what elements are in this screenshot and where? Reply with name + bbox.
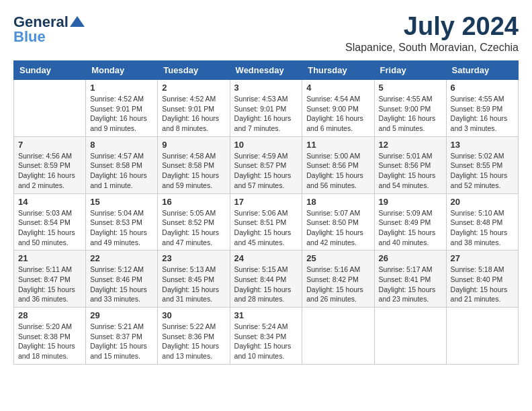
calendar-cell: 6Sunrise: 4:55 AM Sunset: 8:59 PM Daylig… (446, 80, 518, 137)
calendar-week-row: 1Sunrise: 4:52 AM Sunset: 9:01 PM Daylig… (14, 80, 519, 137)
day-number: 23 (162, 253, 225, 263)
svg-marker-0 (70, 16, 85, 27)
calendar-cell (302, 308, 374, 365)
calendar-cell: 13Sunrise: 5:02 AM Sunset: 8:55 PM Dayli… (446, 136, 518, 193)
day-number: 9 (162, 140, 225, 150)
weekday-header: Friday (374, 61, 446, 80)
day-info: Sunrise: 5:09 AM Sunset: 8:49 PM Dayligh… (379, 208, 442, 248)
day-info: Sunrise: 5:02 AM Sunset: 8:55 PM Dayligh… (451, 151, 514, 191)
day-info: Sunrise: 5:20 AM Sunset: 8:38 PM Dayligh… (18, 322, 81, 361)
month-title: July 2024 (345, 13, 519, 39)
day-info: Sunrise: 4:55 AM Sunset: 9:00 PM Dayligh… (379, 94, 442, 134)
day-number: 4 (306, 83, 369, 93)
day-number: 25 (306, 253, 369, 263)
day-info: Sunrise: 4:52 AM Sunset: 9:01 PM Dayligh… (162, 94, 225, 134)
day-info: Sunrise: 5:01 AM Sunset: 8:56 PM Dayligh… (379, 151, 442, 191)
calendar-cell: 2Sunrise: 4:52 AM Sunset: 9:01 PM Daylig… (158, 80, 230, 137)
calendar-cell: 9Sunrise: 4:58 AM Sunset: 8:58 PM Daylig… (158, 136, 230, 193)
calendar-cell: 27Sunrise: 5:18 AM Sunset: 8:40 PM Dayli… (446, 250, 518, 308)
calendar-cell (14, 80, 86, 137)
day-number: 31 (234, 310, 298, 320)
day-info: Sunrise: 5:00 AM Sunset: 8:56 PM Dayligh… (306, 151, 369, 191)
calendar-cell: 7Sunrise: 4:56 AM Sunset: 8:59 PM Daylig… (14, 136, 86, 193)
day-info: Sunrise: 5:10 AM Sunset: 8:48 PM Dayligh… (451, 208, 514, 248)
day-info: Sunrise: 5:05 AM Sunset: 8:52 PM Dayligh… (162, 208, 225, 248)
day-number: 5 (379, 83, 442, 93)
calendar-week-row: 21Sunrise: 5:11 AM Sunset: 8:47 PM Dayli… (14, 250, 519, 308)
weekday-header: Tuesday (158, 61, 230, 80)
calendar-cell: 22Sunrise: 5:12 AM Sunset: 8:46 PM Dayli… (86, 250, 158, 308)
day-number: 6 (451, 83, 514, 93)
day-info: Sunrise: 5:12 AM Sunset: 8:46 PM Dayligh… (90, 265, 153, 304)
day-info: Sunrise: 5:21 AM Sunset: 8:37 PM Dayligh… (90, 322, 153, 361)
calendar-week-row: 7Sunrise: 4:56 AM Sunset: 8:59 PM Daylig… (14, 136, 519, 193)
day-number: 15 (90, 197, 153, 207)
calendar-cell: 11Sunrise: 5:00 AM Sunset: 8:56 PM Dayli… (302, 136, 374, 193)
calendar-cell (374, 308, 446, 365)
calendar-cell: 19Sunrise: 5:09 AM Sunset: 8:49 PM Dayli… (374, 193, 446, 250)
calendar-cell: 17Sunrise: 5:06 AM Sunset: 8:51 PM Dayli… (230, 193, 302, 250)
calendar-cell: 31Sunrise: 5:24 AM Sunset: 8:34 PM Dayli… (230, 308, 302, 365)
calendar-cell: 3Sunrise: 4:53 AM Sunset: 9:01 PM Daylig… (230, 80, 302, 137)
calendar-cell: 29Sunrise: 5:21 AM Sunset: 8:37 PM Dayli… (86, 308, 158, 365)
calendar-cell: 14Sunrise: 5:03 AM Sunset: 8:54 PM Dayli… (14, 193, 86, 250)
day-number: 19 (379, 197, 442, 207)
calendar-cell: 28Sunrise: 5:20 AM Sunset: 8:38 PM Dayli… (14, 308, 86, 365)
day-number: 10 (234, 140, 298, 150)
calendar-cell: 20Sunrise: 5:10 AM Sunset: 8:48 PM Dayli… (446, 193, 518, 250)
location: Slapanice, South Moravian, Czechia (345, 42, 519, 54)
calendar-cell: 10Sunrise: 4:59 AM Sunset: 8:57 PM Dayli… (230, 136, 302, 193)
calendar-cell: 25Sunrise: 5:16 AM Sunset: 8:42 PM Dayli… (302, 250, 374, 308)
weekday-header: Sunday (14, 61, 86, 80)
day-number: 8 (90, 140, 153, 150)
day-number: 18 (306, 197, 369, 207)
calendar-cell: 5Sunrise: 4:55 AM Sunset: 9:00 PM Daylig… (374, 80, 446, 137)
day-info: Sunrise: 5:17 AM Sunset: 8:41 PM Dayligh… (379, 265, 442, 304)
day-number: 1 (90, 83, 153, 93)
day-info: Sunrise: 5:16 AM Sunset: 8:42 PM Dayligh… (306, 265, 369, 304)
calendar-cell: 1Sunrise: 4:52 AM Sunset: 9:01 PM Daylig… (86, 80, 158, 137)
calendar-table: SundayMondayTuesdayWednesdayThursdayFrid… (13, 60, 519, 365)
day-info: Sunrise: 5:13 AM Sunset: 8:45 PM Dayligh… (162, 265, 225, 304)
calendar-cell (446, 308, 518, 365)
day-info: Sunrise: 5:03 AM Sunset: 8:54 PM Dayligh… (18, 208, 81, 248)
day-info: Sunrise: 4:54 AM Sunset: 9:00 PM Dayligh… (306, 94, 369, 134)
day-number: 22 (90, 253, 153, 263)
day-info: Sunrise: 5:24 AM Sunset: 8:34 PM Dayligh… (234, 322, 298, 361)
day-info: Sunrise: 5:15 AM Sunset: 8:44 PM Dayligh… (234, 265, 298, 304)
calendar-cell: 16Sunrise: 5:05 AM Sunset: 8:52 PM Dayli… (158, 193, 230, 250)
day-info: Sunrise: 5:06 AM Sunset: 8:51 PM Dayligh… (234, 208, 298, 248)
day-info: Sunrise: 5:07 AM Sunset: 8:50 PM Dayligh… (306, 208, 369, 248)
day-info: Sunrise: 5:11 AM Sunset: 8:47 PM Dayligh… (18, 265, 81, 304)
day-info: Sunrise: 4:57 AM Sunset: 8:58 PM Dayligh… (90, 151, 153, 191)
day-info: Sunrise: 4:53 AM Sunset: 9:01 PM Dayligh… (234, 94, 298, 134)
day-number: 12 (379, 140, 442, 150)
page-header: General Blue July 2024 Slapanice, South … (13, 13, 519, 54)
title-area: July 2024 Slapanice, South Moravian, Cze… (345, 13, 519, 54)
day-number: 17 (234, 197, 298, 207)
day-number: 13 (451, 140, 514, 150)
calendar-week-row: 14Sunrise: 5:03 AM Sunset: 8:54 PM Dayli… (14, 193, 519, 250)
logo-icon (70, 16, 85, 27)
calendar-cell: 4Sunrise: 4:54 AM Sunset: 9:00 PM Daylig… (302, 80, 374, 137)
calendar-cell: 24Sunrise: 5:15 AM Sunset: 8:44 PM Dayli… (230, 250, 302, 308)
day-number: 24 (234, 253, 298, 263)
calendar-cell: 21Sunrise: 5:11 AM Sunset: 8:47 PM Dayli… (14, 250, 86, 308)
day-number: 20 (451, 197, 514, 207)
weekday-header: Wednesday (230, 61, 302, 80)
day-number: 21 (18, 253, 81, 263)
day-info: Sunrise: 4:58 AM Sunset: 8:58 PM Dayligh… (162, 151, 225, 191)
day-number: 28 (18, 310, 81, 320)
day-info: Sunrise: 4:52 AM Sunset: 9:01 PM Dayligh… (90, 94, 153, 134)
day-number: 2 (162, 83, 225, 93)
logo: General Blue (13, 13, 85, 46)
weekday-header: Monday (86, 61, 158, 80)
day-number: 27 (451, 253, 514, 263)
logo-blue: Blue (13, 28, 46, 46)
day-number: 26 (379, 253, 442, 263)
day-number: 7 (18, 140, 81, 150)
day-number: 3 (234, 83, 298, 93)
day-number: 29 (90, 310, 153, 320)
day-info: Sunrise: 5:18 AM Sunset: 8:40 PM Dayligh… (451, 265, 514, 304)
weekday-header: Thursday (302, 61, 374, 80)
